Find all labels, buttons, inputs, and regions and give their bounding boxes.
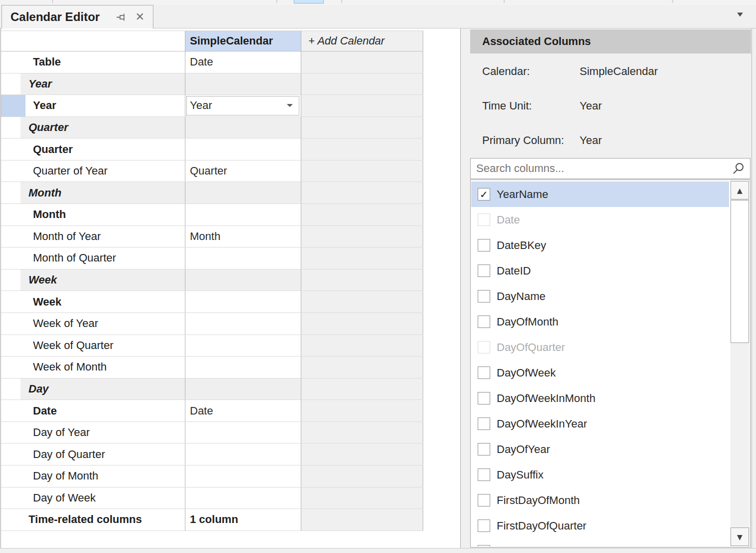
column-list-item[interactable]: ✓ DayOfYear xyxy=(471,436,729,462)
list-scrollbar[interactable]: ▲ ▼ xyxy=(731,181,749,546)
checkbox[interactable]: ✓ xyxy=(478,494,490,506)
checkbox[interactable]: ✓ xyxy=(478,188,490,200)
column-list-item[interactable]: ✓ DayOfMonth xyxy=(471,309,729,334)
row-label-cell[interactable]: Month xyxy=(20,182,185,204)
row-selector-cell[interactable] xyxy=(1,182,20,204)
row-value-cell[interactable] xyxy=(185,466,301,487)
row-value-cell[interactable] xyxy=(185,248,301,269)
row-label-cell[interactable]: Week xyxy=(20,291,185,312)
pane-options-dropdown-icon[interactable]: ▼ xyxy=(734,10,747,18)
column-list-item[interactable]: ✓ DaySuffix xyxy=(471,462,729,488)
row-value-cell[interactable] xyxy=(185,204,301,226)
row-label-cell[interactable]: Day xyxy=(20,378,185,400)
row-selector-cell[interactable] xyxy=(1,422,20,444)
column-list-item[interactable]: ✓ DayName xyxy=(471,284,729,309)
row-selector-cell[interactable] xyxy=(1,335,20,356)
row-selector-cell[interactable] xyxy=(1,248,20,269)
checkbox[interactable]: ✓ xyxy=(478,290,490,302)
row-label-cell[interactable]: Year xyxy=(20,95,185,116)
row-label-cell[interactable]: Day of Quarter xyxy=(20,444,185,465)
row-value-cell[interactable] xyxy=(185,378,301,400)
row-selector-cell[interactable] xyxy=(1,74,20,95)
row-label-cell[interactable]: Week xyxy=(20,270,185,291)
row-label-cell[interactable]: Quarter xyxy=(20,117,185,138)
row-value-cell[interactable]: 1 column xyxy=(185,509,301,530)
row-value-cell[interactable] xyxy=(185,138,301,160)
row-label-cell[interactable]: Day of Month xyxy=(20,466,185,487)
column-list-item[interactable]: ✓ FirstDayOfQuarter xyxy=(471,513,729,538)
column-list-item[interactable]: ✓ DateID xyxy=(471,258,729,284)
row-value-cell[interactable] xyxy=(185,313,301,334)
scrollbar-thumb[interactable] xyxy=(731,200,749,343)
row-selector-cell[interactable] xyxy=(1,313,20,334)
row-label-cell[interactable]: Month of Quarter xyxy=(20,248,185,269)
row-selector-cell[interactable] xyxy=(1,138,20,160)
row-selector-cell[interactable] xyxy=(1,270,20,291)
row-selector-cell[interactable] xyxy=(1,52,20,73)
row-label-cell[interactable]: Month of Year xyxy=(20,226,185,248)
row-value-cell[interactable]: Date xyxy=(185,52,301,73)
row-label-cell[interactable]: Week of Quarter xyxy=(20,335,185,356)
checkbox[interactable]: ✓ xyxy=(478,443,490,456)
column-list-item[interactable]: ✓ FirstDayOfMonth xyxy=(471,488,729,513)
row-selector-cell[interactable] xyxy=(1,204,20,226)
row-label-cell[interactable]: Table xyxy=(20,52,185,73)
checkbox[interactable]: ✓ xyxy=(478,520,490,532)
row-value-cell[interactable] xyxy=(185,356,301,378)
row-value-cell[interactable] xyxy=(185,182,301,204)
checkbox[interactable]: ✓ xyxy=(478,239,490,252)
row-label-cell[interactable]: Quarter of Year xyxy=(20,160,185,182)
column-list-item[interactable]: ✓ xyxy=(471,538,729,546)
row-value-cell[interactable] xyxy=(185,422,301,444)
row-label-cell[interactable]: Quarter xyxy=(20,138,185,160)
row-selector-cell[interactable] xyxy=(1,356,20,378)
row-value-cell[interactable]: Date xyxy=(185,400,301,422)
row-value-cell[interactable] xyxy=(185,335,301,356)
checkbox[interactable]: ✓ xyxy=(478,341,490,354)
row-selector-cell[interactable] xyxy=(1,400,20,422)
row-label-cell[interactable]: Day of Week xyxy=(20,488,185,509)
checkbox[interactable]: ✓ xyxy=(478,468,490,481)
row-label-cell[interactable]: Year xyxy=(20,74,185,95)
checkbox[interactable]: ✓ xyxy=(478,392,490,404)
column-list-item[interactable]: ✓ YearName xyxy=(471,182,729,207)
calendar-column-header[interactable]: SimpleCalendar xyxy=(185,31,301,51)
checkbox[interactable]: ✓ xyxy=(478,418,490,430)
checkbox[interactable]: ✓ xyxy=(478,214,490,226)
scroll-down-button[interactable]: ▼ xyxy=(731,528,749,546)
column-list-item[interactable]: ✓ DayOfQuarter xyxy=(471,334,729,360)
checkbox[interactable]: ✓ xyxy=(478,316,490,328)
row-selector-cell[interactable] xyxy=(1,291,20,312)
checkbox[interactable]: ✓ xyxy=(478,545,490,546)
row-label-cell[interactable]: Day of Year xyxy=(20,422,185,444)
pin-icon[interactable] xyxy=(115,11,127,23)
row-label-cell[interactable]: Week of Year xyxy=(20,313,185,334)
checkbox[interactable]: ✓ xyxy=(478,264,490,277)
column-list-item[interactable]: ✓ Date xyxy=(471,207,729,232)
row-label-cell[interactable]: Week of Month xyxy=(20,356,185,378)
row-value-cell[interactable]: Month xyxy=(185,226,301,248)
row-label-cell[interactable]: Month xyxy=(20,204,185,226)
row-label-cell[interactable]: Time-related columns xyxy=(20,509,185,530)
tab-calendar-editor[interactable]: Calendar Editor ✕ xyxy=(1,5,153,28)
add-calendar-button[interactable]: + Add Calendar xyxy=(301,31,423,51)
row-selector-cell[interactable] xyxy=(1,160,20,182)
row-selector-cell[interactable] xyxy=(1,378,20,400)
column-list-item[interactable]: ✓ DateBKey xyxy=(471,232,729,258)
search-input[interactable] xyxy=(471,162,731,175)
row-selector-cell[interactable] xyxy=(1,488,20,509)
row-value-cell[interactable]: Quarter xyxy=(185,160,301,182)
row-value-cell[interactable]: Year xyxy=(185,95,301,116)
column-list-item[interactable]: ✓ DayOfWeek xyxy=(471,360,729,386)
row-selector-cell[interactable] xyxy=(1,466,20,487)
row-selector-cell[interactable] xyxy=(1,444,20,465)
row-selector-cell[interactable] xyxy=(1,117,20,138)
checkbox[interactable]: ✓ xyxy=(478,366,490,379)
row-label-cell[interactable]: Date xyxy=(20,400,185,422)
row-value-cell[interactable] xyxy=(185,270,301,291)
row-value-cell[interactable] xyxy=(185,117,301,138)
column-list-item[interactable]: ✓ DayOfWeekInMonth xyxy=(471,386,729,411)
row-selector-cell[interactable] xyxy=(1,95,20,116)
row-selector-cell[interactable] xyxy=(1,509,20,530)
close-icon[interactable]: ✕ xyxy=(134,11,146,23)
